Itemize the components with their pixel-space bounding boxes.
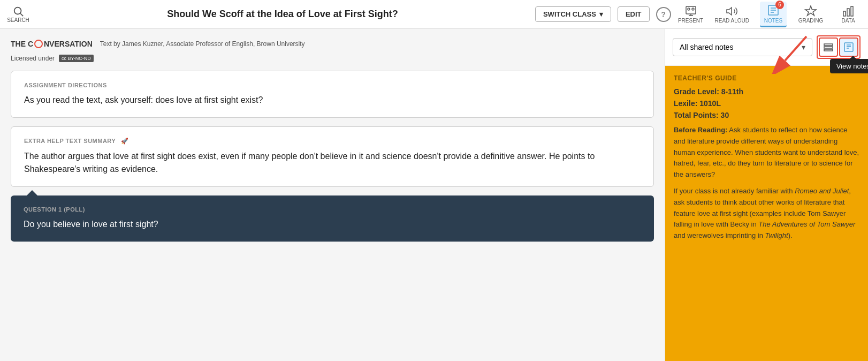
svg-rect-16 [824, 47, 833, 48]
svg-rect-12 [843, 11, 846, 16]
question-label: QUESTION 1 (POLL) [24, 206, 641, 213]
license-label: Licensed under [11, 55, 55, 62]
svg-marker-7 [727, 7, 732, 15]
chevron-down-icon: ▾ [599, 10, 603, 18]
dropdown-chevron-icon: ▾ [802, 43, 805, 51]
svg-rect-14 [851, 6, 853, 16]
main-layout: THE CNVERSATION Text by James Kuzner, As… [0, 29, 868, 361]
source-meta: Text by James Kuzner, Associate Professo… [100, 40, 305, 48]
read-aloud-nav-item[interactable]: READ ALOUD [715, 5, 749, 24]
svg-point-0 [14, 7, 21, 14]
extra-help-label: EXTRA HELP TEXT SUMMARY 🚀 [24, 138, 641, 145]
logo-o [34, 40, 43, 48]
svg-rect-18 [844, 43, 853, 51]
search-label: SEARCH [7, 17, 29, 23]
switch-class-button[interactable]: SWITCH CLASS ▾ [535, 6, 611, 22]
grade-level: Grade Level: 8-11th [674, 87, 859, 96]
notes-dropdown[interactable]: All shared notes ▾ [673, 38, 812, 56]
source-header: THE CNVERSATION Text by James Kuzner, As… [11, 40, 654, 48]
extra-help-text: The author argues that love at first sig… [24, 150, 641, 176]
grading-nav-item[interactable]: GRADING [797, 5, 824, 24]
license-badge: cc BY-NC-ND [59, 55, 94, 62]
extra-help-card: EXTRA HELP TEXT SUMMARY 🚀 The author arg… [11, 126, 654, 187]
svg-rect-13 [847, 9, 849, 16]
top-navigation: SEARCH Should We Scoff at the Idea of Lo… [0, 0, 868, 29]
note-view-button[interactable] [839, 37, 858, 57]
question-card: QUESTION 1 (POLL) Do you believe in love… [11, 195, 654, 242]
search-button[interactable]: SEARCH [6, 5, 30, 23]
twilight-ref: Twilight [765, 231, 788, 239]
svg-point-5 [688, 8, 690, 10]
before-reading-label: Before Reading: [674, 126, 727, 134]
assignment-card: ASSIGNMENT DIRECTIONS As you read the te… [11, 71, 654, 118]
rocket-icon: 🚀 [121, 138, 129, 144]
romeo-juliet-ref: Romeo and Juliet [795, 187, 849, 195]
right-panel: All shared notes ▾ [665, 29, 868, 361]
nav-right-icons: PRESENT READ ALOUD 6 NOTES [677, 2, 862, 27]
notes-badge: 6 [775, 1, 784, 9]
edit-button[interactable]: EDIT [618, 6, 650, 22]
svg-line-1 [20, 13, 23, 16]
data-nav-item[interactable]: DATA [835, 5, 862, 24]
before-reading-section: Before Reading: Ask students to reflect … [674, 125, 859, 180]
total-points: Total Points: 30 [674, 111, 859, 119]
question-text: Do you believe in love at first sight? [24, 218, 641, 231]
assignment-text: As you read the text, ask yourself: does… [24, 94, 641, 107]
left-content-area: THE CNVERSATION Text by James Kuzner, As… [0, 29, 665, 361]
assignment-label: ASSIGNMENT DIRECTIONS [24, 82, 641, 88]
page-title: Should We Scoff at the Idea of Love at F… [36, 9, 529, 20]
svg-point-6 [692, 8, 694, 10]
if-class-section: If your class is not already familiar wi… [674, 186, 859, 242]
teachers-guide-title: TEACHER'S GUIDE [674, 74, 859, 82]
card-arrow-decoration [27, 190, 37, 195]
right-panel-header: All shared notes ▾ [665, 29, 868, 66]
license-row: Licensed under cc BY-NC-ND [11, 55, 654, 62]
svg-rect-17 [824, 49, 833, 51]
lexile: Lexile: 1010L [674, 99, 859, 108]
view-notes-container: View notes [817, 35, 861, 59]
view-notes-tooltip: View notes [830, 59, 868, 73]
svg-rect-2 [686, 6, 696, 14]
teachers-guide: TEACHER'S GUIDE Grade Level: 8-11th Lexi… [665, 66, 868, 361]
list-view-button[interactable] [819, 37, 838, 57]
present-nav-item[interactable]: PRESENT [677, 5, 704, 24]
help-button[interactable]: ? [656, 7, 671, 22]
svg-rect-15 [824, 44, 833, 46]
tom-sawyer-ref: The Adventures of Tom Sawyer [758, 220, 855, 228]
source-logo: THE CNVERSATION [11, 40, 93, 48]
notes-nav-item[interactable]: 6 NOTES [760, 2, 787, 27]
dropdown-label: All shared notes [680, 43, 733, 51]
